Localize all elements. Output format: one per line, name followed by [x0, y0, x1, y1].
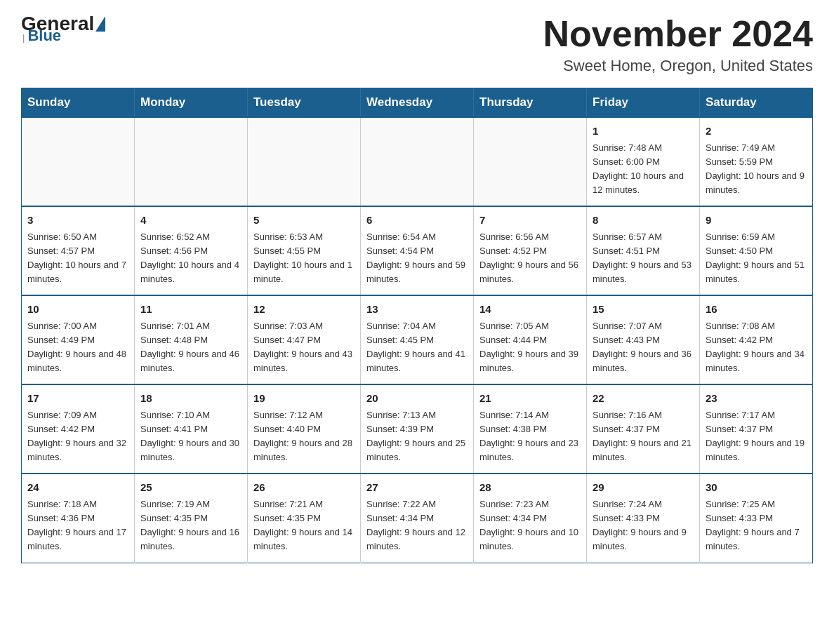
day-info: Sunrise: 6:59 AMSunset: 4:50 PMDaylight:…: [706, 230, 807, 287]
calendar-cell-w3-d6: 15Sunrise: 7:07 AMSunset: 4:43 PMDayligh…: [587, 295, 700, 384]
day-number: 16: [706, 302, 807, 318]
day-number: 24: [27, 480, 128, 496]
day-number: 23: [706, 391, 807, 407]
day-info: Sunrise: 7:17 AMSunset: 4:37 PMDaylight:…: [706, 408, 807, 465]
day-info: Sunrise: 7:00 AMSunset: 4:49 PMDaylight:…: [27, 319, 128, 376]
day-number: 13: [366, 302, 468, 318]
day-info: Sunrise: 7:21 AMSunset: 4:35 PMDaylight:…: [253, 497, 355, 554]
day-number: 18: [140, 391, 241, 407]
calendar-cell-w3-d3: 12Sunrise: 7:03 AMSunset: 4:47 PMDayligh…: [248, 295, 361, 384]
day-info: Sunrise: 6:56 AMSunset: 4:52 PMDaylight:…: [479, 230, 581, 287]
day-number: 5: [253, 213, 355, 229]
day-info: Sunrise: 7:09 AMSunset: 4:42 PMDaylight:…: [27, 408, 128, 465]
day-number: 22: [593, 391, 694, 407]
header-saturday: Saturday: [700, 88, 813, 118]
calendar-cell-w1-d4: [361, 117, 474, 206]
day-info: Sunrise: 7:22 AMSunset: 4:34 PMDaylight:…: [366, 497, 468, 554]
day-number: 25: [140, 480, 241, 496]
header-sunday: Sunday: [22, 88, 135, 118]
calendar-cell-w3-d5: 14Sunrise: 7:05 AMSunset: 4:44 PMDayligh…: [474, 295, 587, 384]
day-info: Sunrise: 7:49 AMSunset: 5:59 PMDaylight:…: [706, 141, 807, 198]
logo: General | Blue: [21, 14, 107, 45]
calendar-week-5: 24Sunrise: 7:18 AMSunset: 4:36 PMDayligh…: [22, 474, 813, 563]
day-info: Sunrise: 6:57 AMSunset: 4:51 PMDaylight:…: [593, 230, 694, 287]
calendar-cell-w4-d2: 18Sunrise: 7:10 AMSunset: 4:41 PMDayligh…: [135, 384, 248, 474]
calendar-cell-w2-d1: 3Sunrise: 6:50 AMSunset: 4:57 PMDaylight…: [22, 206, 135, 295]
calendar-cell-w1-d1: [22, 117, 135, 206]
logo-line-icon: |: [22, 32, 25, 43]
header-wednesday: Wednesday: [361, 88, 474, 118]
calendar-week-4: 17Sunrise: 7:09 AMSunset: 4:42 PMDayligh…: [22, 384, 813, 474]
calendar-cell-w2-d4: 6Sunrise: 6:54 AMSunset: 4:54 PMDaylight…: [361, 206, 474, 295]
day-info: Sunrise: 7:12 AMSunset: 4:40 PMDaylight:…: [253, 408, 355, 465]
day-number: 28: [479, 480, 581, 496]
calendar-cell-w4-d5: 21Sunrise: 7:14 AMSunset: 4:38 PMDayligh…: [474, 384, 587, 474]
calendar-cell-w3-d4: 13Sunrise: 7:04 AMSunset: 4:45 PMDayligh…: [361, 295, 474, 384]
day-number: 8: [593, 213, 694, 229]
day-number: 21: [479, 391, 581, 407]
month-title: November 2024: [543, 14, 813, 54]
calendar-cell-w3-d2: 11Sunrise: 7:01 AMSunset: 4:48 PMDayligh…: [135, 295, 248, 384]
day-number: 7: [479, 213, 581, 229]
day-info: Sunrise: 6:54 AMSunset: 4:54 PMDaylight:…: [366, 230, 468, 287]
day-info: Sunrise: 6:50 AMSunset: 4:57 PMDaylight:…: [27, 230, 128, 287]
calendar-cell-w4-d1: 17Sunrise: 7:09 AMSunset: 4:42 PMDayligh…: [22, 384, 135, 474]
calendar-cell-w5-d1: 24Sunrise: 7:18 AMSunset: 4:36 PMDayligh…: [22, 474, 135, 563]
header-friday: Friday: [587, 88, 700, 118]
day-number: 26: [253, 480, 355, 496]
day-number: 19: [253, 391, 355, 407]
day-number: 15: [593, 302, 694, 318]
calendar-cell-w5-d4: 27Sunrise: 7:22 AMSunset: 4:34 PMDayligh…: [361, 474, 474, 563]
calendar-cell-w2-d2: 4Sunrise: 6:52 AMSunset: 4:56 PMDaylight…: [135, 206, 248, 295]
day-info: Sunrise: 7:04 AMSunset: 4:45 PMDaylight:…: [366, 319, 468, 376]
calendar-cell-w2-d3: 5Sunrise: 6:53 AMSunset: 4:55 PMDaylight…: [248, 206, 361, 295]
header: General | Blue November 2024 Sweet Home,…: [21, 14, 813, 75]
day-info: Sunrise: 7:24 AMSunset: 4:33 PMDaylight:…: [593, 497, 694, 554]
calendar-cell-w1-d5: [474, 117, 587, 206]
day-number: 4: [140, 213, 241, 229]
calendar-cell-w4-d7: 23Sunrise: 7:17 AMSunset: 4:37 PMDayligh…: [700, 384, 813, 474]
calendar-cell-w3-d7: 16Sunrise: 7:08 AMSunset: 4:42 PMDayligh…: [700, 295, 813, 384]
day-info: Sunrise: 7:16 AMSunset: 4:37 PMDaylight:…: [593, 408, 694, 465]
day-info: Sunrise: 7:14 AMSunset: 4:38 PMDaylight:…: [479, 408, 581, 465]
calendar-week-2: 3Sunrise: 6:50 AMSunset: 4:57 PMDaylight…: [22, 206, 813, 295]
logo-triangle-icon: [95, 16, 105, 32]
day-info: Sunrise: 7:01 AMSunset: 4:48 PMDaylight:…: [140, 319, 241, 376]
calendar-cell-w1-d2: [135, 117, 248, 206]
calendar-week-1: 1Sunrise: 7:48 AMSunset: 6:00 PMDaylight…: [22, 117, 813, 206]
calendar-cell-w5-d7: 30Sunrise: 7:25 AMSunset: 4:33 PMDayligh…: [700, 474, 813, 563]
day-number: 6: [366, 213, 468, 229]
calendar-cell-w3-d1: 10Sunrise: 7:00 AMSunset: 4:49 PMDayligh…: [22, 295, 135, 384]
day-number: 3: [27, 213, 128, 229]
calendar-cell-w1-d6: 1Sunrise: 7:48 AMSunset: 6:00 PMDaylight…: [587, 117, 700, 206]
day-info: Sunrise: 7:10 AMSunset: 4:41 PMDaylight:…: [140, 408, 241, 465]
day-info: Sunrise: 7:19 AMSunset: 4:35 PMDaylight:…: [140, 497, 241, 554]
day-number: 12: [253, 302, 355, 318]
day-number: 17: [27, 391, 128, 407]
calendar-cell-w2-d5: 7Sunrise: 6:56 AMSunset: 4:52 PMDaylight…: [474, 206, 587, 295]
calendar-cell-w1-d3: [248, 117, 361, 206]
day-info: Sunrise: 7:05 AMSunset: 4:44 PMDaylight:…: [479, 319, 581, 376]
day-info: Sunrise: 6:52 AMSunset: 4:56 PMDaylight:…: [140, 230, 241, 287]
header-tuesday: Tuesday: [248, 88, 361, 118]
header-thursday: Thursday: [474, 88, 587, 118]
title-area: November 2024 Sweet Home, Oregon, United…: [543, 14, 813, 75]
location-subtitle: Sweet Home, Oregon, United States: [543, 57, 813, 75]
day-number: 2: [706, 123, 807, 140]
day-info: Sunrise: 7:18 AMSunset: 4:36 PMDaylight:…: [27, 497, 128, 554]
day-info: Sunrise: 7:08 AMSunset: 4:42 PMDaylight:…: [706, 319, 807, 376]
calendar-cell-w4-d4: 20Sunrise: 7:13 AMSunset: 4:39 PMDayligh…: [361, 384, 474, 474]
calendar-cell-w5-d6: 29Sunrise: 7:24 AMSunset: 4:33 PMDayligh…: [587, 474, 700, 563]
calendar-cell-w5-d3: 26Sunrise: 7:21 AMSunset: 4:35 PMDayligh…: [248, 474, 361, 563]
day-info: Sunrise: 7:07 AMSunset: 4:43 PMDaylight:…: [593, 319, 694, 376]
calendar-cell-w2-d7: 9Sunrise: 6:59 AMSunset: 4:50 PMDaylight…: [700, 206, 813, 295]
day-info: Sunrise: 7:03 AMSunset: 4:47 PMDaylight:…: [253, 319, 355, 376]
day-info: Sunrise: 7:13 AMSunset: 4:39 PMDaylight:…: [366, 408, 468, 465]
day-number: 30: [706, 480, 807, 496]
calendar-week-3: 10Sunrise: 7:00 AMSunset: 4:49 PMDayligh…: [22, 295, 813, 384]
day-number: 14: [479, 302, 581, 318]
day-info: Sunrise: 7:25 AMSunset: 4:33 PMDaylight:…: [706, 497, 807, 554]
calendar-header-row: Sunday Monday Tuesday Wednesday Thursday…: [22, 88, 813, 118]
calendar-cell-w5-d5: 28Sunrise: 7:23 AMSunset: 4:34 PMDayligh…: [474, 474, 587, 563]
day-number: 29: [593, 480, 694, 496]
